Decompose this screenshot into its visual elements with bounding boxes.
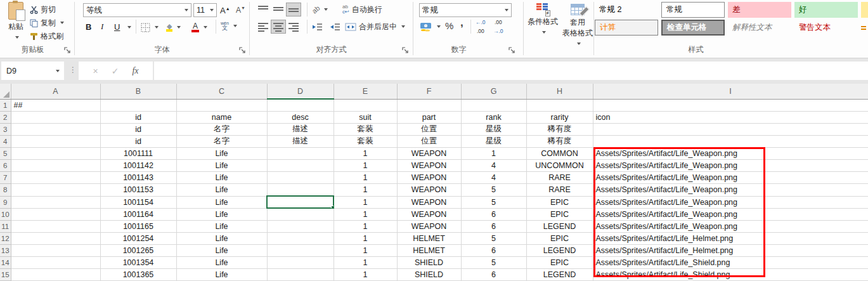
- cell-C8[interactable]: Life: [176, 184, 267, 196]
- cell-F10[interactable]: WEAPON: [397, 208, 461, 220]
- cell-E1[interactable]: [334, 99, 397, 111]
- cell-G5[interactable]: 1: [461, 148, 526, 160]
- cell-style-explanatory-text[interactable]: 解释性文本: [728, 20, 791, 36]
- cell-D7[interactable]: [267, 172, 334, 184]
- cell-H10[interactable]: EPIC: [526, 208, 593, 220]
- column-header-C[interactable]: C: [176, 84, 267, 99]
- row-header-3[interactable]: 3: [0, 123, 11, 135]
- fill-color-dropdown-arrow-icon[interactable]: [177, 26, 181, 29]
- cell-A5[interactable]: [11, 148, 100, 160]
- accounting-format-button[interactable]: [420, 20, 441, 33]
- row-header-14[interactable]: 14: [0, 257, 11, 269]
- cell-H8[interactable]: RARE: [526, 184, 593, 196]
- font-family-select[interactable]: 等线: [83, 3, 191, 17]
- cancel-icon[interactable]: ×: [93, 66, 98, 76]
- cell-D3[interactable]: 描述: [267, 123, 334, 135]
- cell-I14[interactable]: Assets/Sprites/Artifact/Life_Shield.png: [593, 257, 868, 269]
- row-header-9[interactable]: 9: [0, 196, 11, 208]
- merge-center-button[interactable]: 合并后居中: [345, 20, 405, 33]
- increase-indent-button[interactable]: [330, 20, 340, 33]
- cell-B10[interactable]: 1001164: [100, 208, 176, 220]
- cell-E13[interactable]: 1: [334, 245, 397, 257]
- align-top-button[interactable]: [256, 3, 271, 16]
- cell-G13[interactable]: 6: [461, 245, 526, 257]
- row-header-11[interactable]: 11: [0, 220, 11, 232]
- cell-C7[interactable]: Life: [176, 172, 267, 184]
- phonetic-dropdown-arrow-icon[interactable]: [233, 25, 237, 27]
- cell-H4[interactable]: 稀有度: [526, 135, 593, 147]
- font-color-button[interactable]: A: [191, 21, 207, 34]
- cell-C6[interactable]: Life: [176, 160, 267, 172]
- cell-C1[interactable]: [176, 99, 267, 111]
- cell-G7[interactable]: 4: [461, 172, 526, 184]
- underline-dropdown-arrow-icon[interactable]: [127, 26, 131, 29]
- cell-C4[interactable]: 名字: [176, 135, 267, 147]
- name-box-dropdown-arrow-icon[interactable]: [56, 70, 60, 72]
- cell-I3[interactable]: [593, 123, 868, 135]
- cell-F6[interactable]: WEAPON: [397, 160, 461, 172]
- cell-F9[interactable]: WEAPON: [397, 196, 461, 208]
- cell-B3[interactable]: id: [100, 123, 176, 135]
- number-format-select[interactable]: 常规: [419, 3, 512, 17]
- cell-H9[interactable]: EPIC: [526, 196, 593, 208]
- cell-G6[interactable]: 4: [461, 160, 526, 172]
- align-center-button[interactable]: [271, 20, 286, 34]
- cell-F13[interactable]: HELMET: [397, 245, 461, 257]
- cell-B13[interactable]: 1001265: [100, 245, 176, 257]
- cell-F15[interactable]: SHIELD: [397, 269, 461, 281]
- increase-decimal-button[interactable]: ←.0.00: [476, 20, 486, 32]
- row-header-2[interactable]: 2: [0, 111, 11, 123]
- cell-H2[interactable]: rarity: [526, 111, 593, 123]
- cell-I15[interactable]: Assets/Sprites/Artifact/Life_Shield.png: [593, 269, 868, 281]
- cell-C9[interactable]: Life: [176, 196, 267, 208]
- insert-function-icon[interactable]: fx: [132, 66, 138, 76]
- cell-A9[interactable]: [11, 196, 100, 208]
- cell-B9[interactable]: 1001154: [100, 196, 176, 208]
- cell-E4[interactable]: 套装: [334, 135, 397, 147]
- cell-A10[interactable]: [11, 208, 100, 220]
- cell-E9[interactable]: 1: [334, 196, 397, 208]
- cell-A12[interactable]: [11, 232, 100, 244]
- row-header-4[interactable]: 4: [0, 135, 11, 147]
- cell-D6[interactable]: [267, 160, 334, 172]
- cell-C14[interactable]: Life: [176, 257, 267, 269]
- cell-E10[interactable]: 1: [334, 208, 397, 220]
- cell-F3[interactable]: 位置: [397, 123, 461, 135]
- phonetic-guide-button[interactable]: wén文: [221, 20, 237, 32]
- paste-button[interactable]: 粘贴: [3, 2, 29, 50]
- cell-F1[interactable]: [397, 99, 461, 111]
- cell-F5[interactable]: WEAPON: [397, 148, 461, 160]
- cell-I10[interactable]: Assets/Sprites/Artifact/Life_Weapon.png: [593, 208, 868, 220]
- cell-B14[interactable]: 1001354: [100, 257, 176, 269]
- cell-A4[interactable]: [11, 135, 100, 147]
- cell-D1[interactable]: [267, 99, 334, 111]
- cell-A2[interactable]: [11, 111, 100, 123]
- cell-D2[interactable]: desc: [267, 111, 334, 123]
- cell-H6[interactable]: UNCOMMON: [526, 160, 593, 172]
- row-header-1[interactable]: 1: [0, 99, 11, 111]
- cell-style-bad[interactable]: 差: [728, 2, 791, 18]
- name-box[interactable]: D9: [1, 62, 64, 80]
- cell-D10[interactable]: [267, 208, 334, 220]
- cell-B15[interactable]: 1001365: [100, 269, 176, 281]
- cell-style-normal-2[interactable]: 常规 2: [595, 2, 658, 18]
- cell-G10[interactable]: 6: [461, 208, 526, 220]
- cell-H1[interactable]: [526, 99, 593, 111]
- orientation-dropdown-arrow-icon[interactable]: [324, 8, 328, 11]
- clipboard-dialog-launcher-icon[interactable]: [64, 47, 71, 54]
- cell-B8[interactable]: 1001153: [100, 184, 176, 196]
- row-header-10[interactable]: 10: [0, 208, 11, 220]
- cell-A8[interactable]: [11, 184, 100, 196]
- bold-button[interactable]: B: [86, 20, 91, 33]
- cell-I9[interactable]: Assets/Sprites/Artifact/Life_Weapon.png: [593, 196, 868, 208]
- cell-H15[interactable]: LEGEND: [526, 269, 593, 281]
- cell-style-clipped[interactable]: [861, 20, 868, 36]
- cell-E12[interactable]: 1: [334, 232, 397, 244]
- merge-center-dropdown-arrow-icon[interactable]: [401, 25, 405, 28]
- cell-A3[interactable]: [11, 123, 100, 135]
- column-header-D[interactable]: D: [267, 84, 334, 99]
- column-header-I[interactable]: I: [593, 84, 868, 99]
- cell-F2[interactable]: part: [397, 111, 461, 123]
- row-header-7[interactable]: 7: [0, 172, 11, 184]
- cell-B12[interactable]: 1001254: [100, 232, 176, 244]
